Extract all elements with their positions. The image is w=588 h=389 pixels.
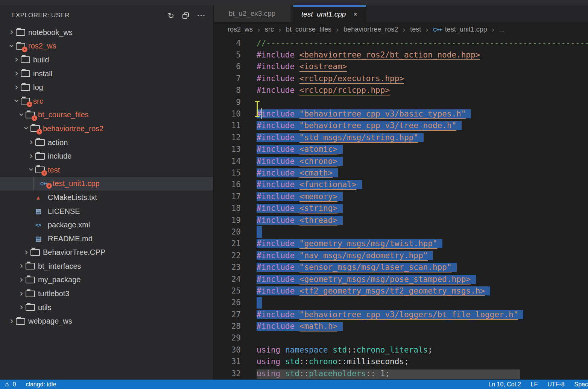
tree-item-test[interactable]: ›•test bbox=[0, 163, 213, 177]
code-line-24[interactable]: 24#include <geometry_msgs/msg/pose_stamp… bbox=[214, 273, 588, 285]
status-item-0[interactable]: Ln 10, Col 2 bbox=[488, 381, 521, 388]
tree-item-cmakelists-txt[interactable]: ▲CMakeLists.txt bbox=[0, 191, 213, 204]
breadcrumb-more[interactable]: ... bbox=[499, 26, 505, 33]
tree-item-webpage-ws[interactable]: ›webpage_ws bbox=[0, 314, 213, 328]
code-line-22[interactable]: 22#include "nav_msgs/msg/odometry.hpp" bbox=[214, 250, 588, 261]
code-line-17[interactable]: 17#include <memory> bbox=[214, 191, 588, 202]
tree-item-include[interactable]: ›include bbox=[0, 149, 213, 163]
tree-item-action[interactable]: ›action bbox=[0, 136, 213, 150]
line-number[interactable]: 19 bbox=[214, 216, 257, 225]
close-tab-icon[interactable]: × bbox=[353, 10, 357, 18]
line-number[interactable]: 4 bbox=[214, 39, 257, 48]
tree-item-log[interactable]: ›log bbox=[0, 80, 213, 94]
tab-test-unit1-cpp[interactable]: test_unit1.cpp× bbox=[293, 5, 366, 22]
line-number[interactable]: 13 bbox=[214, 145, 257, 154]
line-number[interactable]: 26 bbox=[214, 298, 257, 307]
code-line-21[interactable]: 21#include "geometry_msgs/msg/twist.hpp" bbox=[214, 238, 588, 250]
line-number[interactable]: 22 bbox=[214, 251, 257, 260]
line-number[interactable]: 29 bbox=[214, 333, 257, 342]
breadcrumb-item-test[interactable]: test bbox=[410, 26, 421, 33]
tree-item-bt-course-files[interactable]: ›•bt_course_files bbox=[0, 108, 213, 122]
code-line-14[interactable]: 14#include <chrono> bbox=[214, 155, 588, 167]
tree-item-notebook-ws[interactable]: ›notebook_ws bbox=[0, 26, 213, 39]
tree-item-turtlebot3[interactable]: ›turtlebot3 bbox=[0, 287, 213, 301]
tree-item-package-xml[interactable]: <>package.xml bbox=[0, 218, 213, 232]
status-item-3[interactable]: Spac bbox=[574, 381, 588, 388]
breadcrumb-item-src[interactable]: src bbox=[265, 26, 274, 33]
line-number[interactable]: 23 bbox=[214, 263, 257, 272]
warnings-icon[interactable]: ⚠ bbox=[5, 381, 9, 388]
line-number[interactable]: 14 bbox=[214, 157, 257, 166]
line-number[interactable]: 30 bbox=[214, 345, 257, 354]
line-number[interactable]: 18 bbox=[214, 204, 257, 213]
problems-count[interactable]: 0 bbox=[12, 381, 16, 388]
code-line-31[interactable]: 31using std::chrono::milliseconds; bbox=[214, 356, 588, 368]
tree-item-src[interactable]: ›•src bbox=[0, 94, 213, 108]
refresh-explorer-icon[interactable]: ↻ bbox=[167, 12, 174, 20]
tree-item-bt-interfaces[interactable]: ›bt_interfaces bbox=[0, 259, 213, 273]
tree-item-test-unit1-cpp[interactable]: C++×test_unit1.cpp bbox=[0, 177, 213, 191]
line-number[interactable]: 11 bbox=[214, 121, 257, 130]
code-line-29[interactable]: 29 bbox=[214, 332, 588, 344]
status-item-2[interactable]: UTF-8 bbox=[547, 381, 564, 388]
code-line-6[interactable]: 6#include <iostream> bbox=[214, 61, 588, 73]
line-number[interactable]: 21 bbox=[214, 239, 257, 248]
more-actions-icon[interactable]: ··· bbox=[197, 12, 206, 19]
line-number[interactable]: 8 bbox=[214, 86, 257, 95]
tree-item-install[interactable]: ›install bbox=[0, 67, 213, 81]
code-line-11[interactable]: 11#include "behaviortree_cpp_v3/tree_nod… bbox=[214, 120, 588, 132]
code-line-18[interactable]: 18#include <string> bbox=[214, 202, 588, 214]
line-number[interactable]: 31 bbox=[214, 357, 257, 366]
line-number[interactable]: 17 bbox=[214, 192, 257, 201]
line-number[interactable]: 27 bbox=[214, 310, 257, 319]
code-editor[interactable]: 4//-------------------------------------… bbox=[214, 37, 588, 380]
line-number[interactable]: 32 bbox=[214, 369, 257, 378]
code-line-9[interactable]: 9 bbox=[214, 96, 588, 108]
breadcrumb-item-file[interactable]: test_unit1.cpp bbox=[445, 26, 487, 33]
clangd-status[interactable]: clangd: idle bbox=[26, 381, 56, 388]
code-line-25[interactable]: 25#include <tf2_geometry_msgs/tf2_geomet… bbox=[214, 285, 588, 297]
tree-item-behaviortree-ros2[interactable]: ›•behaviortree_ros2 bbox=[0, 122, 213, 136]
code-line-26[interactable]: 26 bbox=[214, 297, 588, 309]
line-number[interactable]: 15 bbox=[214, 168, 257, 177]
line-number[interactable]: 16 bbox=[214, 180, 257, 189]
line-number[interactable]: 28 bbox=[214, 322, 257, 331]
tree-item-license[interactable]: ▤LICENSE bbox=[0, 204, 213, 218]
line-number[interactable]: 10 bbox=[214, 109, 257, 118]
tree-item-ros2-ws[interactable]: ›•ros2_ws bbox=[0, 39, 213, 53]
status-item-1[interactable]: LF bbox=[531, 381, 538, 388]
breadcrumb-item-ros2_ws[interactable]: ros2_ws bbox=[228, 26, 253, 33]
horizontal-scrollbar[interactable] bbox=[257, 369, 520, 379]
code-line-10[interactable]: 10#include "behaviortree_cpp_v3/basic_ty… bbox=[214, 108, 588, 120]
line-number[interactable]: 25 bbox=[214, 286, 257, 295]
code-line-30[interactable]: 30using namespace std::chrono_literals; bbox=[214, 344, 588, 356]
code-line-20[interactable]: 20 bbox=[214, 226, 588, 238]
code-line-15[interactable]: 15#include <cmath> bbox=[214, 167, 588, 179]
collapse-folders-icon[interactable] bbox=[182, 12, 189, 19]
code-line-7[interactable]: 7#include <rclcpp/executors.hpp> bbox=[214, 73, 588, 84]
code-line-19[interactable]: 19#include <thread> bbox=[214, 214, 588, 226]
code-line-12[interactable]: 12#include "std_msgs/msg/string.hpp" bbox=[214, 132, 588, 143]
line-number[interactable]: 12 bbox=[214, 133, 257, 142]
code-line-23[interactable]: 23#include "sensor_msgs/msg/laser_scan.h… bbox=[214, 261, 588, 273]
line-number[interactable]: 6 bbox=[214, 62, 257, 71]
line-number[interactable]: 24 bbox=[214, 275, 257, 284]
line-number[interactable]: 7 bbox=[214, 74, 257, 83]
tree-item-readme-md[interactable]: ▤README.md bbox=[0, 232, 213, 246]
code-line-28[interactable]: 28#include <math.h> bbox=[214, 320, 588, 332]
tab-bt-u2-ex3-cpp[interactable]: bt_u2_ex3.cpp bbox=[214, 5, 290, 22]
code-line-13[interactable]: 13#include <atomic> bbox=[214, 144, 588, 155]
breadcrumb-item-behaviortree_ros2[interactable]: behaviortree_ros2 bbox=[343, 26, 398, 33]
line-number[interactable]: 5 bbox=[214, 50, 257, 59]
code-line-5[interactable]: 5#include <behaviortree_ros2/bt_action_n… bbox=[214, 49, 588, 61]
code-line-4[interactable]: 4//-------------------------------------… bbox=[214, 37, 588, 49]
tree-item-my-package[interactable]: ›my_package bbox=[0, 273, 213, 287]
code-line-27[interactable]: 27#include "behaviortree_cpp_v3/loggers/… bbox=[214, 309, 588, 320]
tree-item-behaviortree-cpp[interactable]: ›BehaviorTree.CPP bbox=[0, 246, 213, 260]
tree-item-build[interactable]: ›build bbox=[0, 53, 213, 67]
line-number[interactable]: 20 bbox=[214, 227, 257, 236]
code-line-8[interactable]: 8#include <rclcpp/rclcpp.hpp> bbox=[214, 85, 588, 96]
code-line-16[interactable]: 16#include <functional> bbox=[214, 179, 588, 191]
line-number[interactable]: 9 bbox=[214, 98, 257, 107]
tree-item-utils[interactable]: ›utils bbox=[0, 301, 213, 315]
